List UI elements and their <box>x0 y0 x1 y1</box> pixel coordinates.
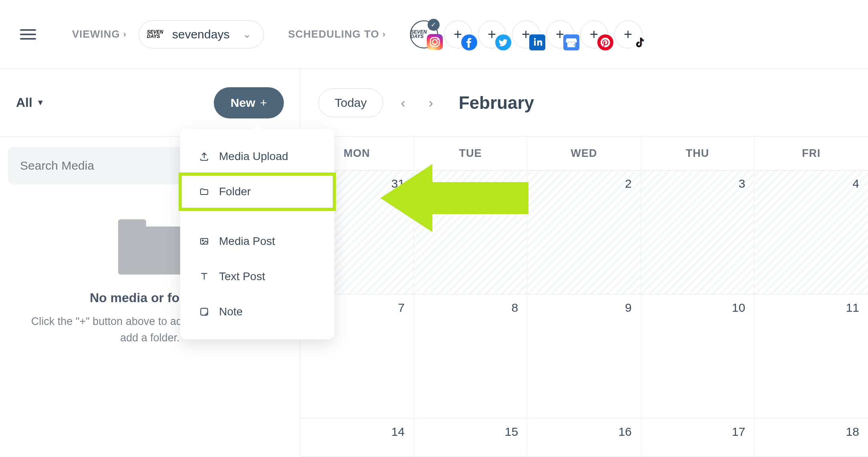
social-slot-google[interactable]: + G <box>546 20 574 48</box>
folder-icon <box>198 187 210 196</box>
twitter-icon <box>495 34 511 50</box>
day-cell[interactable]: 14 <box>300 419 414 456</box>
day-name: WED <box>527 137 641 170</box>
next-month-button[interactable]: › <box>423 92 438 114</box>
social-slot-instagram[interactable]: SEVEN DAYS ✓ <box>410 20 438 48</box>
day-cell[interactable]: 10 <box>641 295 755 418</box>
day-cell[interactable]: 16 <box>527 419 641 456</box>
google-business-icon: G <box>563 34 579 50</box>
new-button[interactable]: New + <box>214 87 284 118</box>
account-name: sevendays <box>172 28 229 41</box>
check-icon: ✓ <box>428 19 440 31</box>
facebook-icon <box>461 34 477 50</box>
account-logo: SEVEN DAYS <box>147 25 166 44</box>
svg-text:G: G <box>574 43 577 47</box>
social-slot-facebook[interactable]: + <box>444 20 472 48</box>
day-cell[interactable]: 4 <box>754 170 868 294</box>
dropdown-item-note[interactable]: Note <box>180 294 334 329</box>
day-cell[interactable]: 9 <box>527 295 641 418</box>
dropdown-item-media-post[interactable]: Media Post <box>180 224 334 259</box>
day-cell[interactable]: 18 <box>754 419 868 456</box>
app-header: VIEWING › SEVEN DAYS sevendays ⌄ SCHEDUL… <box>0 0 868 69</box>
linkedin-icon <box>529 34 545 50</box>
day-name: FRI <box>754 137 868 170</box>
svg-marker-15 <box>380 164 528 232</box>
chevron-down-icon: ⌄ <box>243 28 251 40</box>
calendar-toolbar: Today ‹ › February <box>300 69 868 137</box>
text-icon <box>198 271 210 282</box>
day-cell[interactable]: 8 <box>414 295 528 418</box>
dropdown-item-label: Folder <box>219 185 251 198</box>
image-icon <box>198 237 210 246</box>
dropdown-item-label: Media Upload <box>219 150 288 163</box>
svg-point-3 <box>437 38 438 40</box>
month-title: February <box>459 93 534 113</box>
prev-month-button[interactable]: ‹ <box>395 92 411 114</box>
social-slot-twitter[interactable]: + <box>478 20 506 48</box>
dropdown-item-text-post[interactable]: Text Post <box>180 259 334 294</box>
instagram-icon <box>427 34 443 50</box>
dropdown-item-label: Media Post <box>219 235 275 248</box>
pinterest-icon <box>597 34 613 50</box>
social-accounts-row: SEVEN DAYS ✓ + + + <box>410 20 642 48</box>
day-cell[interactable]: 17 <box>641 419 755 456</box>
svg-rect-0 <box>427 34 443 50</box>
dropdown-item-label: Note <box>219 305 243 318</box>
social-slot-pinterest[interactable]: + <box>580 20 608 48</box>
day-cell[interactable]: 11 <box>754 295 868 418</box>
chevron-right-icon: › <box>123 29 127 40</box>
dropdown-item-folder[interactable]: Folder <box>180 174 334 209</box>
svg-point-13 <box>202 240 203 241</box>
annotation-arrow <box>380 160 532 236</box>
folder-icon <box>118 226 182 275</box>
filter-dropdown[interactable]: All ▼ <box>16 95 44 110</box>
day-cell[interactable]: 15 <box>414 419 528 456</box>
scheduling-label: SCHEDULING TO › <box>288 28 386 40</box>
account-selector[interactable]: SEVEN DAYS sevendays ⌄ <box>139 20 264 48</box>
week-row: 7 8 9 10 11 <box>300 295 868 419</box>
new-dropdown: Media Upload Folder Media Post Text Post <box>180 129 334 339</box>
main-content: All ▼ New + No media or folders Click th… <box>0 69 868 457</box>
day-cell[interactable]: 2 <box>527 170 641 294</box>
viewing-label: VIEWING › <box>72 28 127 40</box>
week-row: 14 15 16 17 18 <box>300 419 868 457</box>
note-icon <box>198 307 210 317</box>
day-name: THU <box>641 137 755 170</box>
dropdown-item-media-upload[interactable]: Media Upload <box>180 139 334 174</box>
menu-button[interactable] <box>20 26 36 42</box>
today-button[interactable]: Today <box>318 88 383 117</box>
media-sidebar: All ▼ New + No media or folders Click th… <box>0 69 300 457</box>
upload-icon <box>198 151 210 162</box>
caret-down-icon: ▼ <box>36 98 44 107</box>
day-cell[interactable]: 3 <box>641 170 755 294</box>
tiktok-icon <box>631 34 647 50</box>
chevron-right-icon: › <box>382 29 386 40</box>
dropdown-item-label: Text Post <box>219 270 265 283</box>
social-slot-tiktok[interactable]: + <box>614 20 642 48</box>
social-slot-linkedin[interactable]: + <box>512 20 540 48</box>
calendar-panel: Today ‹ › February MON TUE WED THU FRI 3… <box>300 69 868 457</box>
plus-icon: + <box>260 96 267 110</box>
